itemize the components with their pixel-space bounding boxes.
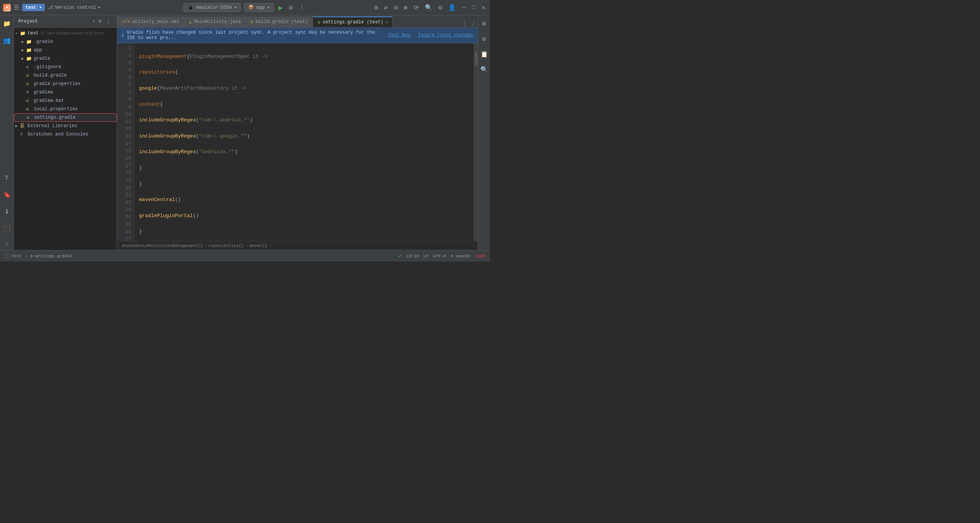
settings-gradle-label: settings.gradle <box>34 115 75 120</box>
gradle-props-icon: ⚙ <box>26 81 32 87</box>
gradlew-label: gradlew <box>34 90 53 95</box>
version-control[interactable]: ⎇ Version control ▾ <box>48 5 100 10</box>
gradle-folder-icon: 📁 <box>26 39 32 45</box>
account-button[interactable]: 👤 <box>447 3 457 12</box>
toolbar-icon-5[interactable]: ⟳ <box>412 3 420 12</box>
scrollbar[interactable] <box>474 43 478 241</box>
maximize-button[interactable]: □ <box>470 3 477 12</box>
breadcrumb-sep-2: › <box>245 244 248 248</box>
breadcrumb-item-2[interactable]: repositories{} <box>208 244 244 248</box>
gradlew-bat-label: gradlew.bat <box>34 98 64 103</box>
tab-close-settings[interactable]: ✕ <box>385 20 388 25</box>
right-icon-4[interactable]: 🔍 <box>479 64 490 75</box>
settings-button[interactable]: ⚙ <box>437 3 444 12</box>
sidebar-icon-git[interactable]: ⑂ <box>3 240 10 250</box>
sidebar-icon-bookmark[interactable]: 🔖 <box>2 190 12 200</box>
tab-bar: </> activity_main.xml ☕ MainActivity.jav… <box>117 15 478 28</box>
gradle2-icon: 📁 <box>26 56 32 62</box>
tree-item-settings-gradle[interactable]: ▶ ⚙ settings.gradle <box>14 113 117 122</box>
sidebar-icon-terminal[interactable]: ⬛ <box>2 223 12 234</box>
tree-item-gitignore[interactable]: ▶ ⊘ .gitignore <box>14 63 117 71</box>
notif-text: Gradle files have changed since last pro… <box>127 30 385 41</box>
sidebar-icon-text[interactable]: T <box>3 173 10 183</box>
close-button[interactable]: ✕ <box>480 3 487 12</box>
breadcrumb-item-3[interactable]: maven{} <box>249 244 267 248</box>
run-button[interactable]: ▶ <box>277 3 284 13</box>
gitignore-label: .gitignore <box>34 64 61 70</box>
right-icon-2[interactable]: ⚙ <box>481 34 488 44</box>
java-icon: ☕ <box>189 19 192 25</box>
tree-item-local-props[interactable]: ▶ ⚙ local.properties <box>14 105 117 113</box>
file-tree: ▾ 📁 test D:\WorkSpace\Android\test ▶ 📁 .… <box>14 28 117 250</box>
file-tree-panel: Project ▾ ⚙ ⋮ ▾ 📁 test D:\WorkSpace\Andr… <box>14 15 117 250</box>
tree-item-gradlew[interactable]: ▶ ≡ gradlew <box>14 88 117 96</box>
panel-action-2[interactable]: ⋮ <box>105 18 112 25</box>
app-arrow: ▶ <box>21 48 26 52</box>
build-gradle-label: build.gradle <box>34 73 67 78</box>
sidebar-icon-info[interactable]: ℹ <box>4 206 10 217</box>
debug-button[interactable]: ⚙ <box>287 3 294 12</box>
editor-area: </> activity_main.xml ☕ MainActivity.jav… <box>117 15 478 250</box>
tree-item-scratches[interactable]: ▶ ≡ Scratches and Consoles <box>14 130 117 139</box>
xml-icon: </> <box>122 19 130 25</box>
local-props-icon: ⚙ <box>26 106 32 112</box>
tab-main-activity[interactable]: ☕ MainActivity.java <box>184 16 246 27</box>
device-selector[interactable]: 📱 emulator-5554 ▾ <box>184 3 241 12</box>
gradlew-icon: ≡ <box>26 90 32 95</box>
gradle2-label: gradle <box>34 56 50 61</box>
status-indent[interactable]: 4 spaces <box>451 254 471 258</box>
tab-activity-main[interactable]: </> activity_main.xml <box>117 16 184 27</box>
sidebar-icon-vcs[interactable]: 👥 <box>2 35 12 46</box>
right-icon-1[interactable]: ⊞ <box>481 18 488 29</box>
external-libs-label: External Libraries <box>28 123 77 129</box>
root-icon: 📁 <box>20 31 26 36</box>
tree-item-build-gradle[interactable]: ▶ ⚙ build.gradle <box>14 71 117 80</box>
panel-dropdown[interactable]: ▾ <box>92 19 95 24</box>
status-project: ⬛ test <box>5 253 21 258</box>
toolbar-icon-4[interactable]: ⊛ <box>402 3 409 12</box>
external-libs-icon: 🗄 <box>20 123 26 129</box>
toolbar-icon-2[interactable]: ⇄ <box>383 3 390 12</box>
status-project-name: test <box>11 254 21 258</box>
ignore-link[interactable]: Ignore these changes <box>418 33 473 38</box>
code-content[interactable]: pluginManagement { PluginManagementSpec … <box>134 43 474 241</box>
project-badge[interactable]: test ▾ <box>22 4 45 11</box>
panel-title: Project <box>18 19 90 24</box>
minimize-button[interactable]: ─ <box>461 3 467 12</box>
status-line-ending[interactable]: LF <box>424 254 429 258</box>
search-button[interactable]: 🔍 <box>423 3 434 12</box>
tree-item-gradlew-bat[interactable]: ▶ ⚙ gradlew.bat <box>14 96 117 105</box>
tab-more-button[interactable]: ⋮ <box>461 20 469 27</box>
tree-item-external-libs[interactable]: ▶ 🗄 External Libraries <box>14 122 117 130</box>
line-numbers: 12345 678910 1112131415 1617181920 21222… <box>117 43 134 241</box>
gradle-folder-arrow: ▶ <box>21 39 26 44</box>
tab-label-settings-gradle: settings.gradle (test) <box>323 20 383 25</box>
code-line-9: } <box>139 180 469 188</box>
code-line-8: } <box>139 164 469 172</box>
tree-item-app[interactable]: ▶ 📁 app <box>14 46 117 54</box>
app-icon: A <box>3 4 11 11</box>
run-config[interactable]: 📦 app ▾ <box>244 3 274 12</box>
sync-now-link[interactable]: Sync Now <box>388 33 410 38</box>
status-file-name: settings.gradle <box>34 254 72 258</box>
tab-label-main-activity: MainActivity.java <box>194 19 241 25</box>
gitignore-icon: ⊘ <box>26 64 32 70</box>
breadcrumb-item-1[interactable]: dependencyResolutionManagement{} <box>122 244 203 248</box>
tab-settings-gradle[interactable]: ⚙ settings.gradle (test) ✕ <box>313 16 393 27</box>
sidebar-icon-folder[interactable]: 📁 <box>2 18 12 29</box>
tree-root[interactable]: ▾ 📁 test D:\WorkSpace\Android\test <box>14 29 117 38</box>
tree-item-gradle2[interactable]: ▶ 📁 gradle <box>14 54 117 63</box>
tree-item-gradle-properties[interactable]: ▶ ⚙ gradle.properties <box>14 80 117 88</box>
tab-build-gradle[interactable]: ⚙ build.gradle (test) <box>246 16 313 27</box>
panel-action-1[interactable]: ⚙ <box>97 18 103 25</box>
more-button[interactable]: ⋮ <box>297 3 306 12</box>
tree-item-gradle-folder[interactable]: ▶ 📁 .gradle <box>14 38 117 46</box>
status-encoding[interactable]: UTF-8 <box>433 254 446 258</box>
status-position[interactable]: 19:10 <box>406 254 419 258</box>
toolbar-icon-1[interactable]: ⊞ <box>373 3 380 12</box>
tab-label-activity-main: activity_main.xml <box>133 19 179 25</box>
hamburger-menu[interactable]: ☰ <box>14 4 19 11</box>
right-icon-3[interactable]: 📋 <box>479 49 490 60</box>
toolbar-icon-3[interactable]: ⊟ <box>392 3 399 12</box>
right-icon-bar: ⊞ ⚙ 📋 🔍 <box>478 15 490 250</box>
